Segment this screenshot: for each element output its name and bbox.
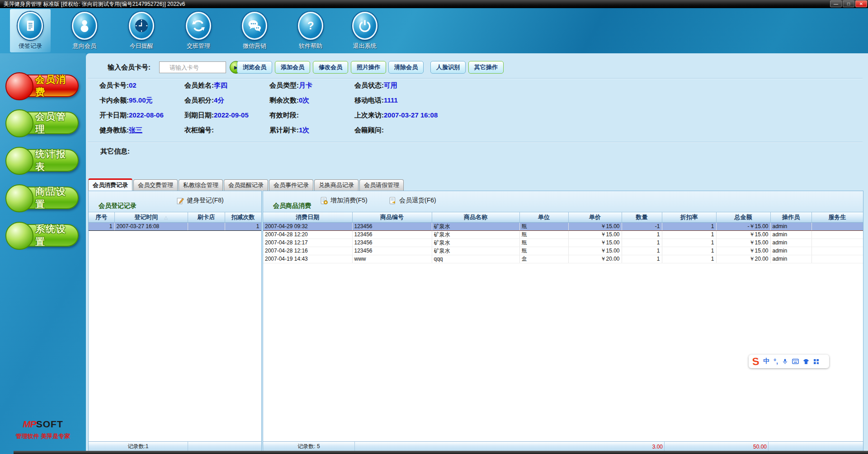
member-info-field: 累计刷卡:1次 (269, 126, 354, 141)
toolbar-item-label: 意向会员 (73, 42, 96, 50)
pill-sphere (5, 109, 33, 137)
sidebar-item-label: 会员管理 (35, 112, 75, 133)
other-operations-button[interactable]: 其它操作 (468, 61, 504, 74)
tab-event-records[interactable]: 会员事件记录 (269, 179, 313, 191)
microphone-icon[interactable] (782, 358, 788, 365)
table-row[interactable]: 2007-04-28 12:20123456矿泉水瓶￥15.0011￥15.00… (263, 230, 863, 239)
toolbar-item-today-reminders[interactable]: 今日提醒 (121, 9, 162, 52)
table-cell: 盒 (519, 255, 568, 263)
member-info-field: 移动电话:1111 (354, 96, 579, 111)
pill-sphere (5, 72, 33, 100)
checkin-records-tab[interactable]: 会员登记记录 (92, 199, 147, 212)
table-row[interactable]: 2007-04-28 12:17123456矿泉水瓶￥15.0011￥15.00… (263, 239, 863, 247)
sidebar-item-goods-settings[interactable]: 商品设置 (6, 187, 79, 209)
add-member-button[interactable]: 添加会员 (275, 61, 310, 74)
toolbar-item-notes[interactable]: 便签记录 (10, 9, 51, 52)
column-header[interactable]: 单位 (519, 212, 568, 222)
column-header[interactable]: 商品名称 (432, 212, 519, 222)
column-header[interactable]: 刷卡店 (188, 212, 225, 222)
member-return-button[interactable]: 会员退货(F6) (389, 197, 436, 205)
sogou-logo-icon[interactable]: S (752, 356, 760, 367)
goods-consume-tab[interactable]: 会员商品消费 (267, 199, 322, 212)
sidebar-item-member-consume[interactable]: 会员消费 (6, 75, 79, 97)
record-count: 记录数: 5 (263, 442, 355, 451)
add-consume-button[interactable]: 增加消费(F5) (320, 197, 368, 205)
soft-keyboard-icon[interactable] (792, 359, 799, 364)
browse-member-button[interactable]: 浏览会员 (237, 61, 272, 74)
toolbar-item-label: 微信营销 (243, 42, 266, 50)
table-row[interactable]: 12007-03-27 16:081 (89, 222, 261, 230)
ime-chinese-mode-icon[interactable]: 中 (763, 357, 769, 365)
checkin-table: 序号登记时间△刷卡店扣减次数12007-03-27 16:081 (89, 212, 261, 441)
column-header[interactable]: 序号 (89, 212, 114, 222)
photo-operations-button[interactable]: 照片操作 (351, 61, 386, 74)
gym-checkin-button[interactable]: 健身登记(F8) (177, 197, 224, 205)
toolbar-item-exit[interactable]: 退出系统 (344, 9, 385, 52)
note-icon (18, 12, 43, 40)
sidebar-item-member-management[interactable]: 会员管理 (6, 112, 79, 134)
member-info-field: 剩余次数:0次 (269, 96, 354, 111)
card-number-input[interactable] (159, 61, 226, 73)
tab-private-coach[interactable]: 私教综合管理 (179, 179, 223, 191)
column-header[interactable]: 操作员 (770, 212, 811, 222)
column-header[interactable]: 商品编号 (352, 212, 432, 222)
column-header[interactable]: 登记时间△ (114, 212, 188, 222)
table-row[interactable]: 2007-04-28 12:16123456矿泉水瓶￥15.0011￥15.00… (263, 247, 863, 255)
power-icon (352, 12, 377, 40)
sidebar-item-system-settings[interactable]: 系统设置 (6, 224, 79, 247)
table-cell: 2007-04-28 12:20 (263, 230, 352, 239)
info-label: 会员状态: (354, 81, 384, 89)
tab-exchange-records[interactable]: 兑换商品记录 (314, 179, 359, 191)
table-cell: www (352, 255, 432, 263)
column-header[interactable]: 数量 (622, 212, 662, 222)
toolbar-item-prospective-members[interactable]: 意向会员 (64, 9, 105, 52)
tab-consume-records[interactable]: 会员消费记录 (88, 178, 132, 191)
info-value[interactable]: 张三 (129, 126, 142, 134)
toolbar-item-shift-management[interactable]: 交班管理 (178, 9, 219, 52)
tab-reminder-records[interactable]: 会员提醒记录 (224, 179, 268, 191)
column-header[interactable]: 扣减次数 (225, 212, 261, 222)
consume-table: 消费日期商品编号商品名称单位单价数量折扣率总金额操作员服务生2007-04-29… (263, 212, 863, 441)
column-header[interactable]: 折扣率 (662, 212, 716, 222)
ime-punctuation-icon[interactable]: °, (774, 358, 778, 365)
table-cell: admin (770, 222, 811, 230)
tab-leave-management[interactable]: 会员请假管理 (359, 179, 404, 191)
info-label: 开卡日期: (99, 111, 129, 119)
tab-payment-management[interactable]: 会员交费管理 (133, 179, 178, 191)
table-cell: ￥15.00 (568, 230, 622, 239)
face-recognition-button[interactable]: 人脸识别 (430, 61, 466, 74)
toolbar-item-help[interactable]: ? 软件帮助 (290, 9, 331, 52)
edit-member-button[interactable]: 修改会员 (313, 61, 348, 74)
info-label: 会员卡号: (99, 81, 129, 89)
checkin-panel-header: 会员登记记录 健身登记(F8) (89, 191, 261, 212)
column-header[interactable]: 消费日期 (263, 212, 352, 222)
table-row[interactable]: 2007-04-19 14:43wwwqqq盒￥20.0011￥20.00adm… (263, 255, 863, 263)
clear-member-button[interactable]: 清除会员 (388, 61, 424, 74)
member-info-field: 衣柜编号: (184, 126, 269, 141)
member-info-field: 健身教练:张三 (99, 126, 184, 141)
sidebar-item-label: 统计报表 (35, 150, 75, 171)
info-label: 剩余次数: (269, 96, 299, 104)
table-cell: 1 (89, 222, 114, 230)
table-row[interactable]: 2007-04-29 09:32123456矿泉水瓶￥15.00-11-￥15.… (263, 222, 863, 230)
pill-sphere (5, 222, 33, 250)
info-label: 到期日期: (184, 111, 214, 119)
table-cell: qqq (432, 255, 519, 263)
toolbar-item-wechat-marketing[interactable]: 微信营销 (234, 9, 275, 52)
column-header[interactable]: 总金额 (716, 212, 770, 222)
toolbox-icon[interactable] (813, 359, 819, 365)
close-button[interactable]: ✕ (855, 0, 867, 7)
member-info-field: 会员卡号:02 (99, 81, 184, 96)
table-cell: admin (770, 247, 811, 255)
table-cell: 1 (622, 247, 662, 255)
minimize-button[interactable]: — (830, 0, 842, 7)
sidebar-item-statistics-report[interactable]: 统计报表 (6, 149, 79, 172)
maximize-button[interactable]: □ (843, 0, 854, 7)
table-cell: 1 (225, 222, 261, 230)
column-header[interactable]: 单价 (568, 212, 622, 222)
table-header-row: 序号登记时间△刷卡店扣减次数 (89, 212, 261, 222)
skin-icon[interactable] (803, 359, 809, 365)
window-title: 美萍健身房管理 标准版 [授权给: 张向前测试专用(编号2147952726)]… (4, 0, 185, 8)
column-header[interactable]: 服务生 (811, 212, 863, 222)
taskbar-strip (14, 451, 868, 454)
